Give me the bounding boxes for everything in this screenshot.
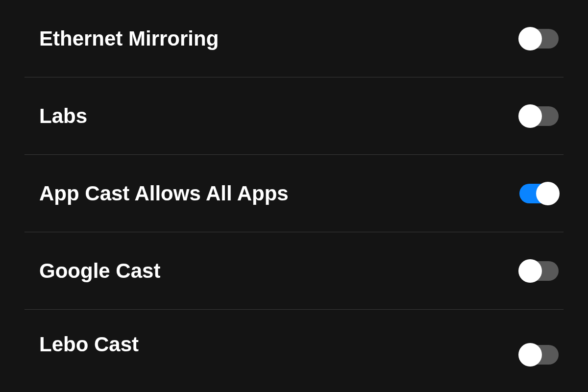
setting-lebo-cast[interactable]: Lebo Cast (24, 310, 564, 364)
toggle-thumb (518, 343, 542, 367)
setting-app-cast-allows-all-apps[interactable]: App Cast Allows All Apps (24, 155, 564, 232)
toggle-thumb (518, 104, 542, 128)
setting-label: Ethernet Mirroring (24, 27, 219, 50)
toggle-thumb (518, 259, 542, 283)
toggle-thumb (536, 182, 560, 205)
setting-google-cast[interactable]: Google Cast (24, 232, 564, 310)
setting-ethernet-mirroring[interactable]: Ethernet Mirroring (24, 0, 564, 77)
toggle-ethernet-mirroring[interactable] (519, 27, 559, 50)
setting-label: Google Cast (24, 259, 160, 283)
settings-list: Ethernet Mirroring Labs App Cast Allows … (0, 0, 588, 364)
toggle-lebo-cast[interactable] (519, 343, 559, 366)
toggle-thumb (518, 27, 542, 50)
setting-label: Labs (24, 104, 87, 128)
toggle-labs[interactable] (519, 105, 559, 127)
setting-labs[interactable]: Labs (24, 77, 564, 155)
setting-label: Lebo Cast (24, 333, 139, 356)
toggle-app-cast-allows-all-apps[interactable] (519, 182, 559, 205)
setting-label: App Cast Allows All Apps (24, 182, 289, 205)
toggle-google-cast[interactable] (519, 260, 559, 282)
